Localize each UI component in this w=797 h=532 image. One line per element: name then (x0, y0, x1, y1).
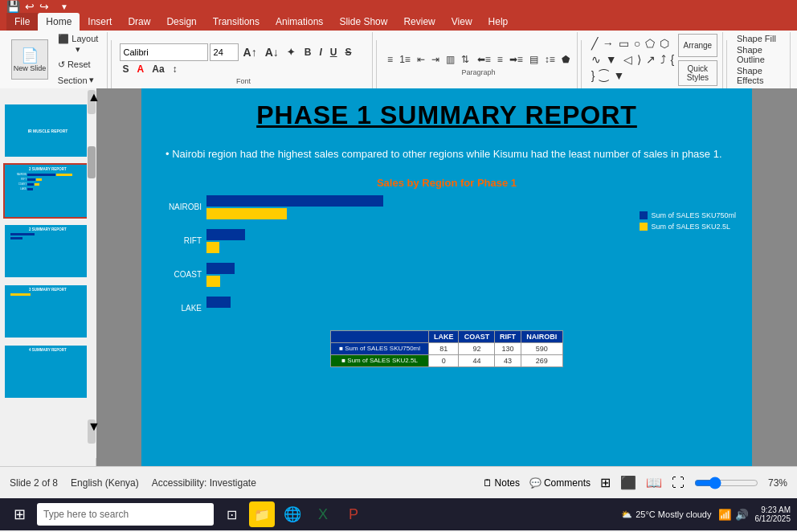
taskbar-excel-btn[interactable]: X (310, 501, 336, 527)
smart-art-btn[interactable]: ⬟ (559, 52, 572, 67)
presenter-view-btn[interactable]: ⛶ (672, 476, 685, 490)
tab-animations[interactable]: Animations (268, 13, 331, 31)
line-spacing-btn[interactable]: ↕≡ (542, 52, 558, 67)
align-right-btn[interactable]: ➡≡ (507, 52, 525, 67)
reset-btn[interactable]: ↺ Reset (55, 58, 102, 72)
shape2-btn[interactable]: ◁ (622, 52, 634, 67)
tab-transitions[interactable]: Transitions (205, 13, 268, 31)
tab-draw[interactable]: Draw (120, 13, 158, 31)
taskbar-file-explorer-btn[interactable]: 📁 (249, 501, 275, 527)
tab-design[interactable]: Design (158, 13, 204, 31)
text-direction-btn[interactable]: ⇅ (459, 52, 472, 67)
windows-btn[interactable]: ⊞ (6, 501, 32, 527)
scroll-up-btn[interactable]: ▲ (88, 90, 96, 114)
hexagon-shape-btn[interactable]: ⬡ (658, 36, 671, 51)
font-grow-btn[interactable]: A↑ (240, 45, 260, 59)
bar-label-lake: LAKE (157, 304, 202, 313)
font-shrink-btn[interactable]: A↓ (262, 45, 282, 59)
curve-shape-btn[interactable]: ∿ (590, 52, 603, 67)
new-slide-btn[interactable]: 📄 New Slide (11, 39, 48, 80)
shadow-btn[interactable]: S (120, 63, 133, 76)
zoom-slider[interactable] (694, 477, 758, 489)
notes-btn[interactable]: 🗒 Notes (483, 477, 520, 489)
undo-quick-btn[interactable]: ↩ (25, 0, 35, 13)
slide-title-area: PHASE 1 SUMMARY REPORT (141, 88, 752, 138)
shape5-btn[interactable]: ⤴ (659, 52, 668, 67)
slide-thumb-5[interactable]: 4 SUMMARY REPORT (3, 344, 92, 399)
shape8-btn[interactable]: ⁐ (598, 68, 610, 83)
tab-file[interactable]: File (6, 13, 38, 31)
tab-help[interactable]: Help (480, 13, 517, 31)
underline-btn[interactable]: U (327, 46, 341, 59)
slide-thumb-2[interactable]: 2 SUMMARY REPORT NAIROBI RIFT (3, 163, 92, 219)
divider-3 (581, 40, 582, 88)
font-size-input[interactable] (210, 43, 239, 61)
slide-canvas[interactable]: PHASE 1 SUMMARY REPORT Nairobi region ha… (141, 88, 752, 466)
sidebar-scrollbar[interactable]: ▲ ▼ (87, 88, 96, 458)
font-size-label-btn[interactable]: Aa (149, 63, 167, 76)
font-name-input[interactable] (120, 43, 208, 61)
tab-home[interactable]: Home (38, 13, 80, 31)
rect-shape-btn[interactable]: ▭ (617, 36, 631, 51)
save-quick-btn[interactable]: 💾 (6, 0, 20, 13)
redo-quick-btn[interactable]: ↪ (39, 0, 49, 13)
more-shapes-btn[interactable]: ▼ (604, 52, 619, 67)
shape7-btn[interactable]: } (590, 68, 597, 83)
bar-group-lake (206, 297, 231, 321)
table-header-coast: COAST (459, 330, 495, 342)
ellipse-shape-btn[interactable]: ○ (632, 36, 642, 51)
slides-panel: 1 IR MUSCLE REPORT 2 2 SUMMARY REPORT NA… (0, 88, 96, 466)
slide-sorter-btn[interactable]: ⊞ (600, 475, 611, 490)
volume-btn[interactable]: 🔊 (735, 509, 749, 521)
bar-rift-s2 (206, 242, 219, 253)
scroll-thumb[interactable] (88, 146, 96, 178)
numbering-btn[interactable]: 1≡ (397, 52, 413, 67)
tab-insert[interactable]: Insert (80, 13, 120, 31)
increase-indent-btn[interactable]: ⇥ (429, 52, 442, 67)
slide-thumb-4[interactable]: 3 SUMMARY REPORT (3, 284, 92, 339)
bold-btn[interactable]: B (301, 46, 315, 59)
table-cell-sku750-lake: 81 (429, 342, 459, 354)
align-justify-btn[interactable]: ▤ (527, 52, 541, 67)
shape4-btn[interactable]: ↗ (644, 52, 657, 67)
tab-review[interactable]: Review (395, 13, 443, 31)
line-shape-btn[interactable]: ╱ (590, 36, 599, 51)
reading-view-btn[interactable]: 📖 (646, 475, 662, 490)
strikethrough-btn[interactable]: S (341, 46, 354, 59)
section-btn[interactable]: Section ▾ (55, 73, 102, 87)
arrange-btn[interactable]: Arrange (678, 34, 718, 57)
task-view-btn[interactable]: ⊡ (219, 501, 244, 527)
spacing-btn[interactable]: ↕ (170, 63, 181, 76)
more-shapes2-btn[interactable]: ▼ (611, 68, 626, 83)
shape6-btn[interactable]: { (669, 52, 676, 67)
shape-fill-btn[interactable]: Shape Fill (737, 33, 776, 44)
shape3-btn[interactable]: ⟩ (636, 52, 643, 67)
normal-view-btn[interactable]: ⬛ (620, 475, 636, 490)
bar-row-nairobi: NAIROBI (157, 195, 631, 219)
comments-btn[interactable]: 💬 Comments (529, 477, 591, 489)
bullets-btn[interactable]: ≡ (385, 52, 395, 67)
align-left-btn[interactable]: ⬅≡ (475, 52, 493, 67)
layout-btn[interactable]: ⬛ Layout ▾ (55, 32, 102, 56)
arrow-shape-btn[interactable]: → (601, 36, 615, 51)
network-btn[interactable]: 📶 (718, 509, 732, 521)
taskbar-chrome-btn[interactable]: 🌐 (280, 501, 305, 527)
tab-view[interactable]: View (443, 13, 480, 31)
font-color-btn[interactable]: A (134, 63, 148, 76)
slide-thumb-3[interactable]: 2 SUMMARY REPORT (3, 223, 92, 279)
quick-styles-btn[interactable]: Quick Styles (678, 60, 718, 86)
pentagon-shape-btn[interactable]: ⬠ (644, 36, 656, 51)
shape-outline-btn[interactable]: Shape Outline (737, 44, 783, 65)
decrease-indent-btn[interactable]: ⇤ (415, 52, 427, 67)
clear-format-btn[interactable]: ✦ (284, 46, 298, 59)
taskbar-search-box[interactable]: Type here to search (37, 503, 214, 526)
align-center-btn[interactable]: ≡ (495, 52, 505, 67)
slide-thumb-1[interactable]: IR MUSCLE REPORT (3, 103, 92, 158)
italic-btn[interactable]: I (316, 46, 325, 59)
tab-slideshow[interactable]: Slide Show (331, 13, 395, 31)
columns-btn[interactable]: ▥ (443, 52, 457, 67)
scroll-down-btn[interactable]: ▼ (88, 419, 96, 444)
taskbar-powerpoint-btn[interactable]: P (341, 501, 366, 527)
shape-effects-btn[interactable]: Shape Effects (737, 65, 783, 86)
font-group: A↑ A↓ ✦ B I U S S A Aa ↕ Font (115, 32, 374, 96)
